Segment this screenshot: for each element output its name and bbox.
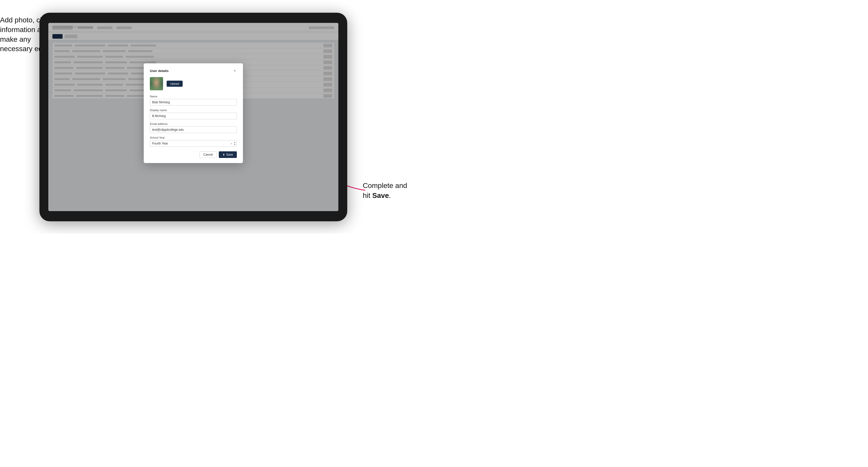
save-button[interactable]: ⬆ Save — [219, 151, 237, 158]
tablet-screen: User details × Upload Name Dis — [48, 23, 338, 211]
email-input[interactable] — [150, 126, 237, 133]
chevron-up-icon: ▲ — [234, 142, 236, 144]
display-name-field-group: Display name — [150, 108, 237, 119]
user-photo-thumbnail — [150, 77, 163, 90]
save-label: Save — [226, 153, 233, 156]
annotation-right: Complete and hit Save. — [363, 181, 429, 200]
email-label: Email address — [150, 122, 237, 125]
display-name-label: Display name — [150, 108, 237, 112]
modal-overlay: User details × Upload Name Dis — [48, 23, 338, 211]
user-details-modal: User details × Upload Name Dis — [144, 63, 243, 163]
tablet-frame: User details × Upload Name Dis — [39, 13, 347, 221]
name-input[interactable] — [150, 99, 237, 105]
school-year-label: School Year — [150, 136, 237, 139]
name-label: Name — [150, 95, 237, 98]
cancel-button[interactable]: Cancel — [199, 151, 216, 158]
select-chevrons: ▲ ▼ — [234, 142, 236, 146]
display-name-input[interactable] — [150, 113, 237, 119]
school-year-field-group: School Year First Year Second Year Third… — [150, 136, 237, 147]
name-field-group: Name — [150, 95, 237, 105]
upload-photo-button[interactable]: Upload — [167, 81, 183, 87]
email-field-group: Email address — [150, 122, 237, 133]
school-year-select-wrapper: First Year Second Year Third Year Fourth… — [150, 140, 237, 147]
modal-footer: Cancel ⬆ Save — [150, 151, 237, 158]
school-year-select[interactable]: First Year Second Year Third Year Fourth… — [150, 140, 237, 147]
chevron-down-icon: ▼ — [234, 144, 236, 146]
select-controls: × ▲ ▼ — [230, 142, 236, 146]
photo-image — [150, 77, 163, 90]
modal-header: User details × — [150, 68, 237, 73]
select-clear-button[interactable]: × — [230, 142, 233, 145]
modal-title: User details — [150, 69, 169, 73]
save-icon: ⬆ — [223, 153, 225, 156]
modal-close-button[interactable]: × — [233, 68, 237, 73]
photo-section: Upload — [150, 77, 237, 90]
